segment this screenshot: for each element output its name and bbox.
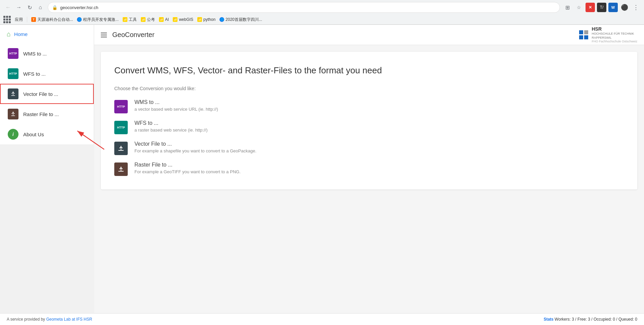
reload-button[interactable]: ↻ [25, 3, 34, 12]
hsr-sq-blue-2 [579, 35, 583, 39]
bookmark-gongkao[interactable]: 📁 公考 [141, 17, 155, 23]
bookmark-programmer[interactable]: 🌐 程序员开发专属激... [77, 17, 119, 23]
browser-chrome: ← → ↻ ⌂ 🔒 geoconverter.hsr.ch ⊞ ☆ ✕ T/ W… [0, 0, 644, 25]
conv-title-raster: Raster File to ... [134, 162, 241, 168]
conv-title-wfs: WFS to ... [134, 120, 207, 126]
extension-word-icon[interactable]: W [608, 3, 618, 12]
vector-file-icon [8, 88, 18, 99]
conversion-item-vector[interactable]: Vector File to ... For example a shapefi… [114, 141, 624, 155]
bookmark-favicon-webgis: 📁 [173, 17, 177, 22]
sidebar-label-wfs: WFS to ... [23, 71, 46, 77]
conv-desc-wms: a vector based web service URL (ie. http… [134, 107, 218, 112]
bookmark-favicon-ai: 📁 [159, 17, 164, 22]
bookmark-favicon-tools: 📁 [123, 17, 127, 22]
main-layout: ⌂ Home HTTP WMS to ... HTTP WFS to ... [0, 25, 644, 313]
apps-button[interactable] [3, 16, 11, 23]
conversion-item-wms[interactable]: HTTP WMS to ... a vector based web servi… [114, 99, 624, 113]
hsr-sq-blue-1 [579, 30, 583, 34]
bookmark-python[interactable]: 📁 python [197, 17, 215, 22]
hsr-name: HSR [592, 26, 602, 32]
hsr-text-block: HSR HOCHSCHULE FÜR TECHNIKRAPPERSWIL FHO… [592, 26, 637, 44]
conv-title-vector: Vector File to ... [134, 141, 256, 147]
conv-desc-vector: For example a shapefile you want to conv… [134, 148, 256, 153]
bookmark-digital[interactable]: 🌐 2020首届数字四川... [219, 17, 262, 23]
conversion-prompt: Choose the Conversion you would like: [114, 86, 624, 91]
bookmark-label-programmer: 程序员开发专属激... [83, 17, 119, 23]
bookmark-label-ai: AI [165, 17, 169, 22]
conv-desc-wfs: a raster based web service (ie. http://) [134, 128, 207, 133]
bookmark-ai[interactable]: 📁 AI [159, 17, 169, 22]
stats-label[interactable]: Stats [544, 317, 553, 322]
bookmark-label-python: python [203, 17, 215, 22]
sidebar-home-label: Home [14, 31, 28, 37]
browser-actions: ⊞ ☆ ✕ T/ W ⚫ ⋮ [563, 3, 641, 12]
hsr-logo: HSR HOCHSCHULE FÜR TECHNIKRAPPERSWIL FHO… [579, 26, 637, 44]
sidebar-item-about[interactable]: i About Us [0, 124, 94, 144]
hsr-sq-gray-1 [584, 30, 588, 34]
app-title: GeoConverter [112, 31, 155, 39]
bookmarks-bar: 应用 T 天源迪科办公自动... 🌐 程序员开发专属激... 📁 工具 📁 公考… [0, 15, 644, 25]
main-card-title: Convert WMS, WFS, Vector- and Raster-Fil… [114, 65, 624, 76]
more-menu-icon[interactable]: ⋮ [631, 3, 641, 12]
conv-icon-vector [114, 142, 128, 155]
sidebar-item-wfs[interactable]: HTTP WFS to ... [0, 64, 94, 84]
bookmark-tools[interactable]: 📁 工具 [123, 17, 137, 23]
header-left: GeoConverter [101, 31, 155, 39]
home-button[interactable]: ⌂ [36, 3, 45, 12]
hsr-sq-blue-3 [584, 35, 588, 39]
bookmark-label-webgis: webGIS [179, 17, 193, 22]
wms-icon: HTTP [8, 48, 18, 59]
conv-info-vector: Vector File to ... For example a shapefi… [134, 141, 256, 153]
bookmark-favicon-digital: 🌐 [219, 17, 224, 22]
nav-buttons: ← → ↻ ⌂ [3, 3, 45, 12]
conv-icon-wms: HTTP [114, 100, 128, 113]
lock-icon: 🔒 [52, 5, 57, 10]
conv-info-raster: Raster File to ... For example a GeoTIFF… [134, 162, 241, 174]
sidebar-item-vector[interactable]: Vector File to ... [0, 84, 94, 104]
top-header: GeoConverter HSR HOCHSCHULE FÜR TECHNIKR… [94, 25, 644, 45]
extension-slash-icon[interactable]: T/ [597, 3, 606, 12]
footer: A service provided by Geometa Lab at IFS… [0, 313, 644, 325]
hsr-subtitle: HOCHSCHULE FÜR TECHNIKRAPPERSWIL [592, 32, 637, 40]
sidebar-label-wms: WMS to ... [23, 51, 47, 57]
url-text: geoconverter.hsr.ch [60, 5, 556, 10]
translate-icon[interactable]: ⊞ [563, 3, 572, 12]
conv-icon-wfs-text: HTTP [117, 126, 125, 129]
bookmark-label-gongkao: 公考 [147, 17, 155, 23]
sidebar-label-vector: Vector File to ... [23, 91, 58, 97]
bookmark-favicon-tianyuan: T [31, 17, 36, 22]
conv-info-wfs: WFS to ... a raster based web service (i… [134, 120, 207, 133]
bookmark-favicon-programmer: 🌐 [77, 17, 82, 22]
bookmark-favicon-gongkao: 📁 [141, 17, 146, 22]
footer-stats: Stats Workers: 3 / Free: 3 / Occupied: 0… [544, 317, 637, 322]
raster-file-icon [8, 109, 18, 119]
bookmarks-apps-label: 应用 [15, 17, 23, 23]
conv-icon-wms-text: HTTP [117, 105, 125, 108]
main-card: Convert WMS, WFS, Vector- and Raster-Fil… [101, 52, 637, 189]
bookmark-label-tools: 工具 [129, 17, 137, 23]
bookmark-star-icon[interactable]: ☆ [574, 3, 583, 12]
footer-service-link[interactable]: Geometa Lab at IFS HSR [46, 317, 92, 322]
sidebar-home[interactable]: ⌂ Home [0, 25, 94, 43]
address-bar[interactable]: 🔒 geoconverter.hsr.ch [48, 2, 560, 13]
sidebar-item-raster[interactable]: Raster File to ... [0, 104, 94, 124]
conversion-item-wfs[interactable]: HTTP WFS to ... a raster based web servi… [114, 120, 624, 134]
home-icon: ⌂ [7, 30, 11, 38]
conv-icon-raster [114, 162, 128, 176]
footer-service: A service provided by Geometa Lab at IFS… [7, 317, 92, 322]
wfs-icon: HTTP [8, 68, 18, 79]
extension-x-icon[interactable]: ✕ [586, 3, 595, 12]
bookmark-label-digital: 2020首届数字四川... [226, 17, 262, 23]
hamburger-menu[interactable] [101, 33, 107, 37]
bookmark-label-tianyuan: 天源迪科办公自动... [37, 17, 73, 23]
conversion-item-raster[interactable]: Raster File to ... For example a GeoTIFF… [114, 162, 624, 176]
forward-button[interactable]: → [14, 3, 24, 12]
bookmark-favicon-python: 📁 [197, 17, 202, 22]
account-icon[interactable]: ⚫ [620, 3, 629, 12]
bookmark-webgis[interactable]: 📁 webGIS [173, 17, 193, 22]
conv-info-wms: WMS to ... a vector based web service UR… [134, 99, 218, 112]
back-button[interactable]: ← [3, 3, 13, 12]
conv-desc-raster: For example a GeoTIFF you want to conver… [134, 169, 241, 174]
sidebar-item-wms[interactable]: HTTP WMS to ... [0, 43, 94, 64]
bookmark-tianyuan[interactable]: T 天源迪科办公自动... [31, 17, 73, 23]
